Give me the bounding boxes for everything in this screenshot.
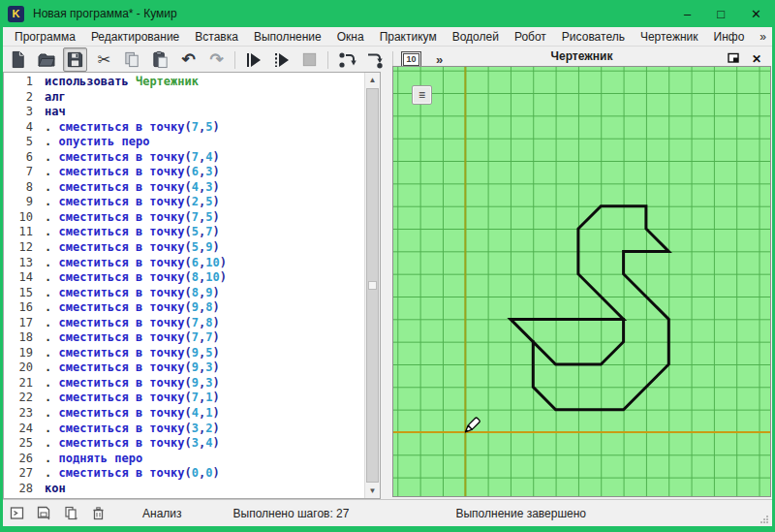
redo-icon: ↷ [209,51,223,68]
code-line[interactable]: 9. сместиться в точку(2,5) [4,195,364,210]
window-controls: – □ ✕ [684,0,761,27]
code-line[interactable]: 17. сместиться в точку(7,8) [4,316,364,331]
code-line[interactable]: 20. сместиться в точку(9,3) [4,360,364,376]
drawing-menu-button[interactable]: ≡ [412,85,432,105]
copy-small-icon [64,506,78,520]
app-icon: K [8,6,24,22]
scissors-icon: ✂ [98,52,110,68]
code-line[interactable]: 27. сместиться в точку(0,0) [4,466,364,482]
code-line[interactable]: 13. сместиться в точку(6,10) [4,256,364,271]
code-line[interactable]: 7. сместиться в точку(6,3) [4,165,364,180]
swan-drawing-path [511,206,668,410]
menu-item[interactable]: Робот [507,28,554,46]
new-file-button[interactable] [7,48,29,71]
paste-button[interactable] [149,48,171,71]
code-line[interactable]: 10. сместиться в точку(7,5) [4,210,364,226]
code-line[interactable]: 4. сместиться в точку(7,5) [4,120,364,136]
menu-item[interactable]: Вставка [187,28,246,46]
editor-scrollbar[interactable]: ▲ ▼ [364,73,380,498]
copy-button[interactable] [121,48,143,71]
code-line[interactable]: 12. сместиться в точку(5,9) [4,240,364,256]
drawing-canvas [393,67,770,496]
drafter-panel: Чертежник ✕ [392,48,771,499]
new-file-icon [9,50,27,69]
undo-button[interactable]: ↶ [177,48,200,71]
scroll-up-button[interactable]: ▲ [365,73,380,87]
clear-output-button[interactable] [90,506,106,521]
code-line[interactable]: 23. сместиться в точку(4,1) [4,406,364,422]
code-line[interactable]: 24. сместиться в точку(3,2) [4,422,364,437]
cut-button[interactable]: ✂ [93,48,115,71]
toolbar-separator [234,51,235,69]
drafter-panel-header[interactable]: Чертежник ✕ [392,48,771,66]
code-line[interactable]: 1использовать Чертежник [4,75,364,90]
code-line[interactable]: 26. поднять перо [4,452,364,467]
scrollbar-grip [368,281,377,290]
code-line[interactable]: 2алг [4,90,364,106]
run-button[interactable] [242,48,264,71]
code-line[interactable]: 3нач [4,105,364,120]
panel-close-button[interactable]: ✕ [752,53,761,65]
close-button[interactable]: ✕ [751,8,761,20]
save-icon [66,50,84,69]
code-line[interactable]: 25. сместиться в точку(3,4) [4,436,364,452]
status-bar: Анализ Выполнено шагов: 27 Выполнение за… [3,499,772,526]
code-line[interactable]: 6. сместиться в точку(7,4) [4,150,364,166]
menu-item[interactable]: Практикум [372,28,445,46]
save-button[interactable] [63,47,87,72]
stop-icon [300,50,319,69]
code-lines: 1использовать Чертежник2алг3нач4. смести… [4,73,364,498]
execution-state: Выполнение завершено [455,507,586,520]
redo-button[interactable]: ↷ [205,48,228,71]
scrollbar-thumb[interactable] [366,88,379,483]
code-editor[interactable]: 1использовать Чертежник2алг3нач4. смести… [3,72,381,499]
main-area: ПрограммаРедактированиеВставкаВыполнение… [3,27,772,526]
stop-button[interactable] [298,48,321,71]
menu-item[interactable]: Чертежник [633,28,706,46]
menu-item[interactable]: Окна [329,28,372,46]
open-file-button[interactable] [35,48,57,71]
menu-item[interactable]: Редактирование [83,28,187,46]
code-line[interactable]: 14. сместиться в точку(8,10) [4,270,364,286]
run-step-button[interactable] [270,48,293,71]
scroll-down-button[interactable]: ▼ [365,484,380,498]
code-line[interactable]: 28кон [4,482,364,497]
paste-icon [151,50,170,69]
menu-item[interactable]: » [752,28,774,46]
trash-icon [91,506,106,520]
save-small-icon [37,506,51,520]
panel-title: Чертежник [392,49,771,63]
menu-item[interactable]: Программа [7,28,83,46]
step-into-button[interactable] [363,48,386,71]
title-bar: K Новая программа* - Кумир – □ ✕ [0,0,775,27]
undock-icon [728,52,740,64]
code-line[interactable]: 19. сместиться в точку(9,5) [4,346,364,361]
code-line[interactable]: 16. сместиться в точку(9,8) [4,300,364,316]
copy-output-button[interactable] [63,506,78,521]
code-line[interactable]: 15. сместиться в точку(8,9) [4,286,364,301]
code-line[interactable]: 5. опустить перо [4,135,364,150]
code-line[interactable]: 21. сместиться в точку(9,3) [4,376,364,391]
maximize-button[interactable]: □ [717,8,725,20]
resize-grip[interactable] [760,515,769,524]
menu-item[interactable]: Инфо [706,28,753,46]
code-line[interactable]: 8. сместиться в точку(4,3) [4,180,364,196]
code-line[interactable]: 18. сместиться в точку(7,7) [4,330,364,346]
menu-item[interactable]: Выполнение [246,28,329,46]
toolbar-separator [327,51,328,69]
code-line[interactable]: 11. сместиться в точку(5,7) [4,225,364,240]
window-title: Новая программа* - Кумир [33,7,177,20]
menu-item[interactable]: Водолей [445,28,507,46]
run-icon [244,50,264,70]
code-line[interactable]: 22. сместиться в точку(7,1) [4,391,364,406]
steps-counter: Выполнено шагов: 27 [233,507,350,520]
open-folder-icon [37,50,56,70]
menu-item[interactable]: Рисователь [554,28,633,46]
step-over-icon [337,50,356,70]
show-console-button[interactable] [9,506,24,521]
minimize-button[interactable]: – [684,8,691,20]
save-output-button[interactable] [36,506,51,521]
step-over-button[interactable] [335,48,357,71]
step-into-icon [365,50,385,70]
toolbar: ✂ ↶ ↷ 10 » [3,47,394,73]
